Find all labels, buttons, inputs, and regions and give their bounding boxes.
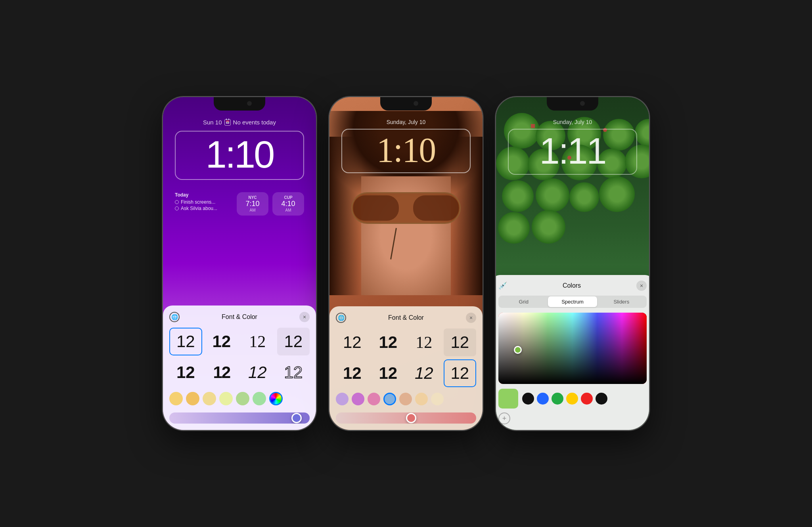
cup-city-label: CUP [276,195,301,200]
phone2-clock-box: 1:10 [341,129,471,173]
preset-darkblack[interactable] [596,393,607,405]
font-grid-1: 12 12 12 12 12 12 12 12 [169,328,310,386]
phone3-clock-box: 1:11 [508,129,637,175]
font-item-2-6[interactable]: 12 [372,359,405,387]
phone2-clock: 1:10 [350,133,462,168]
phone-1: Sun 10 📅 No events today 1:10 Today Fini… [162,96,317,431]
nyc-time: 7:10 [240,200,265,208]
color-bottom-row [498,389,647,409]
color-slider-1[interactable] [169,412,310,424]
circle-12 [536,178,569,212]
globe-icon[interactable]: 🌐 [169,312,180,322]
color-presets-row [522,393,647,405]
reminder-2: Ask Silvia abou... [175,206,233,211]
reminder-text-2: Ask Silvia abou... [181,206,217,211]
swatch-peach[interactable] [399,393,412,405]
swatch-lavender[interactable] [336,393,349,405]
eyedropper-icon[interactable]: 💉 [498,281,507,290]
colors-panel-header: 💉 Colors × [498,281,647,291]
swatch-yellow-green[interactable] [219,392,233,405]
phone1-date-text: Sun 10 [203,119,222,126]
color-swatches-1 [169,392,310,407]
phone3-clock: 1:11 [517,133,628,169]
circle-14 [599,176,635,212]
tab-sliders[interactable]: Sliders [597,296,646,307]
preset-blue[interactable] [537,393,549,405]
nyc-ampm: AM [240,208,265,212]
preset-red[interactable] [581,393,593,405]
phone3-date-text: Sunday, July 10 [553,119,592,125]
phone1-no-events: No events today [233,119,276,126]
spectrum-area[interactable] [498,313,647,384]
swatch-blue-selected[interactable] [383,393,396,405]
phone1-clock: 1:10 [184,136,295,174]
phone-3: Sunday, July 10 1:11 💉 Colors × Grid Spe… [495,96,650,431]
font-item-3[interactable]: 12 [241,328,274,355]
font-item-2-8[interactable]: 12 [444,359,477,387]
colors-panel-close[interactable]: × [636,281,647,291]
phones-container: Sun 10 📅 No events today 1:10 Today Fini… [162,96,650,431]
panel-close-1[interactable]: × [299,312,310,322]
font-item-2-3[interactable]: 12 [408,328,440,356]
font-item-8[interactable]: 12 [277,359,310,386]
color-swatches-2 [336,393,476,407]
nyc-city-label: NYC [240,195,265,200]
reminder-text-1: Finish screens... [181,199,215,205]
tab-grid[interactable]: Grid [499,296,548,307]
reminders-widget: Today Finish screens... Ask Silvia abou.… [175,192,233,216]
swatch-light-green[interactable] [236,392,249,405]
font-item-7[interactable]: 12 [241,359,274,386]
panel-title-2: Font & Color [388,314,424,321]
phone1-widgets: Today Finish screens... Ask Silvia abou.… [175,192,304,216]
phone2-font-color-panel: 🌐 Font & Color × 12 12 12 12 12 12 12 12 [329,306,483,430]
swatch-purple[interactable] [352,393,364,405]
circle-15 [498,212,530,244]
panel-header-2: 🌐 Font & Color × [336,313,476,323]
tab-spectrum[interactable]: Spectrum [548,296,597,307]
panel-header-1: 🌐 Font & Color × [169,312,310,322]
circle-16 [532,210,565,244]
colors-tabs: Grid Spectrum Sliders [498,296,647,308]
world-clock-cup: CUP 4:10 AM [272,192,304,216]
phone1-date-bar: Sun 10 📅 No events today [163,119,316,126]
phone1-font-color-panel: 🌐 Font & Color × 12 12 12 12 12 12 12 12 [163,306,316,430]
circle-13 [569,182,599,212]
world-clock-nyc: NYC 7:10 AM [237,192,268,216]
font-item-2-7[interactable]: 12 [408,359,440,387]
font-item-2-5[interactable]: 12 [336,359,369,387]
globe-icon-2[interactable]: 🌐 [336,313,346,323]
font-item-2[interactable]: 12 [205,328,238,355]
font-item-2-2[interactable]: 12 [372,328,405,356]
phone1-clock-box: 1:10 [175,131,304,180]
swatch-rainbow[interactable] [269,392,283,405]
circle-11 [502,180,534,212]
preset-black[interactable] [522,393,534,405]
swatch-yellow1[interactable] [169,392,183,405]
preset-yellow[interactable] [566,393,578,405]
swatch-pink[interactable] [368,393,380,405]
font-grid-2: 12 12 12 12 12 12 12 12 [336,328,476,387]
font-item-5[interactable]: 12 [169,359,202,386]
font-item-2-4[interactable]: 12 [444,328,477,356]
colors-panel: 💉 Colors × Grid Spectrum Sliders [495,275,650,430]
phone2-date-bar: Sunday, July 10 [329,119,483,125]
font-item-1[interactable]: 12 [169,328,202,355]
phone3-date-bar: Sunday, July 10 [496,119,649,125]
font-item-4[interactable]: 12 [277,328,310,355]
swatch-cream[interactable] [203,392,216,405]
selected-color-swatch [498,389,518,409]
swatch-green[interactable] [253,392,266,405]
font-item-6[interactable]: 12 [205,359,238,386]
reminder-circle-1 [175,200,179,204]
font-item-2-1[interactable]: 12 [336,328,369,356]
phone2-glasses-left [353,195,399,221]
color-slider-2[interactable] [336,412,476,424]
cup-ampm: AM [276,208,301,212]
swatch-yellow2[interactable] [186,392,199,405]
add-color-button[interactable]: + [498,412,510,424]
swatch-tan[interactable] [415,393,428,405]
colors-panel-title: Colors [507,282,636,289]
panel-close-2[interactable]: × [466,313,476,323]
swatch-cream2[interactable] [431,393,444,405]
preset-green[interactable] [552,393,563,405]
